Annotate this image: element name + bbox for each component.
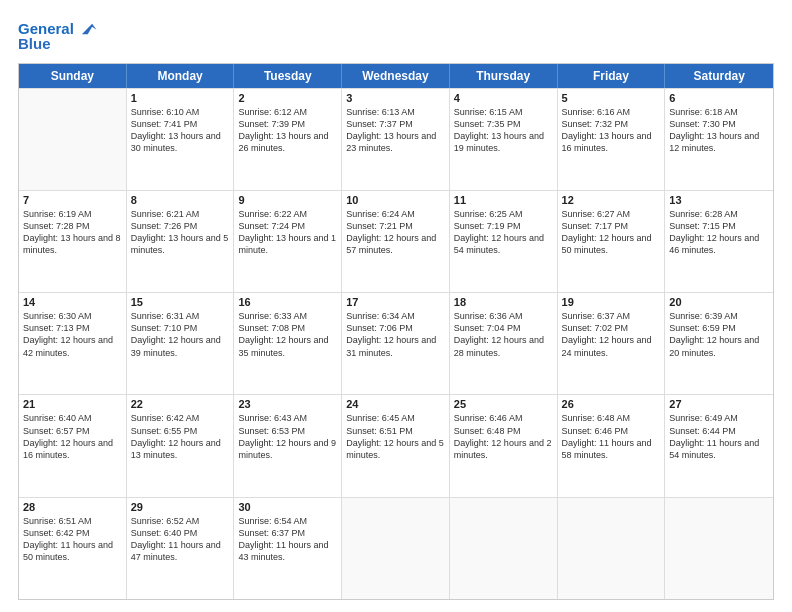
day-number: 26: [562, 398, 661, 410]
calendar-cell: 23Sunrise: 6:43 AMSunset: 6:53 PMDayligh…: [234, 395, 342, 496]
calendar-header-cell: Thursday: [450, 64, 558, 88]
day-number: 5: [562, 92, 661, 104]
day-number: 18: [454, 296, 553, 308]
calendar: SundayMondayTuesdayWednesdayThursdayFrid…: [18, 63, 774, 601]
day-number: 15: [131, 296, 230, 308]
cell-info: Sunrise: 6:19 AMSunset: 7:28 PMDaylight:…: [23, 208, 122, 257]
cell-info: Sunrise: 6:21 AMSunset: 7:26 PMDaylight:…: [131, 208, 230, 257]
day-number: 16: [238, 296, 337, 308]
calendar-row: 21Sunrise: 6:40 AMSunset: 6:57 PMDayligh…: [19, 394, 773, 496]
calendar-cell: 18Sunrise: 6:36 AMSunset: 7:04 PMDayligh…: [450, 293, 558, 394]
svg-marker-0: [82, 24, 97, 34]
day-number: 4: [454, 92, 553, 104]
calendar-cell: 15Sunrise: 6:31 AMSunset: 7:10 PMDayligh…: [127, 293, 235, 394]
cell-info: Sunrise: 6:27 AMSunset: 7:17 PMDaylight:…: [562, 208, 661, 257]
calendar-cell: 14Sunrise: 6:30 AMSunset: 7:13 PMDayligh…: [19, 293, 127, 394]
day-number: 28: [23, 501, 122, 513]
calendar-cell: 7Sunrise: 6:19 AMSunset: 7:28 PMDaylight…: [19, 191, 127, 292]
day-number: 13: [669, 194, 769, 206]
page-header: General Blue: [18, 18, 774, 53]
calendar-cell: 25Sunrise: 6:46 AMSunset: 6:48 PMDayligh…: [450, 395, 558, 496]
cell-info: Sunrise: 6:36 AMSunset: 7:04 PMDaylight:…: [454, 310, 553, 359]
cell-info: Sunrise: 6:15 AMSunset: 7:35 PMDaylight:…: [454, 106, 553, 155]
calendar-cell: 10Sunrise: 6:24 AMSunset: 7:21 PMDayligh…: [342, 191, 450, 292]
day-number: 20: [669, 296, 769, 308]
day-number: 6: [669, 92, 769, 104]
day-number: 9: [238, 194, 337, 206]
calendar-header-cell: Friday: [558, 64, 666, 88]
cell-info: Sunrise: 6:25 AMSunset: 7:19 PMDaylight:…: [454, 208, 553, 257]
calendar-cell: 4Sunrise: 6:15 AMSunset: 7:35 PMDaylight…: [450, 89, 558, 190]
cell-info: Sunrise: 6:45 AMSunset: 6:51 PMDaylight:…: [346, 412, 445, 461]
cell-info: Sunrise: 6:46 AMSunset: 6:48 PMDaylight:…: [454, 412, 553, 461]
day-number: 27: [669, 398, 769, 410]
calendar-header-cell: Saturday: [665, 64, 773, 88]
day-number: 14: [23, 296, 122, 308]
cell-info: Sunrise: 6:54 AMSunset: 6:37 PMDaylight:…: [238, 515, 337, 564]
day-number: 8: [131, 194, 230, 206]
day-number: 1: [131, 92, 230, 104]
calendar-row: 1Sunrise: 6:10 AMSunset: 7:41 PMDaylight…: [19, 88, 773, 190]
cell-info: Sunrise: 6:39 AMSunset: 6:59 PMDaylight:…: [669, 310, 769, 359]
calendar-cell: 1Sunrise: 6:10 AMSunset: 7:41 PMDaylight…: [127, 89, 235, 190]
day-number: 30: [238, 501, 337, 513]
cell-info: Sunrise: 6:40 AMSunset: 6:57 PMDaylight:…: [23, 412, 122, 461]
logo: General Blue: [18, 18, 98, 53]
cell-info: Sunrise: 6:18 AMSunset: 7:30 PMDaylight:…: [669, 106, 769, 155]
calendar-cell: 26Sunrise: 6:48 AMSunset: 6:46 PMDayligh…: [558, 395, 666, 496]
cell-info: Sunrise: 6:24 AMSunset: 7:21 PMDaylight:…: [346, 208, 445, 257]
day-number: 12: [562, 194, 661, 206]
calendar-header-cell: Sunday: [19, 64, 127, 88]
calendar-cell: 17Sunrise: 6:34 AMSunset: 7:06 PMDayligh…: [342, 293, 450, 394]
cell-info: Sunrise: 6:12 AMSunset: 7:39 PMDaylight:…: [238, 106, 337, 155]
calendar-cell: 28Sunrise: 6:51 AMSunset: 6:42 PMDayligh…: [19, 498, 127, 599]
calendar-cell: [450, 498, 558, 599]
calendar-cell: 3Sunrise: 6:13 AMSunset: 7:37 PMDaylight…: [342, 89, 450, 190]
cell-info: Sunrise: 6:48 AMSunset: 6:46 PMDaylight:…: [562, 412, 661, 461]
cell-info: Sunrise: 6:43 AMSunset: 6:53 PMDaylight:…: [238, 412, 337, 461]
calendar-row: 7Sunrise: 6:19 AMSunset: 7:28 PMDaylight…: [19, 190, 773, 292]
calendar-cell: 5Sunrise: 6:16 AMSunset: 7:32 PMDaylight…: [558, 89, 666, 190]
cell-info: Sunrise: 6:49 AMSunset: 6:44 PMDaylight:…: [669, 412, 769, 461]
calendar-header-cell: Monday: [127, 64, 235, 88]
cell-info: Sunrise: 6:31 AMSunset: 7:10 PMDaylight:…: [131, 310, 230, 359]
logo-icon: [76, 18, 98, 40]
calendar-cell: [558, 498, 666, 599]
cell-info: Sunrise: 6:30 AMSunset: 7:13 PMDaylight:…: [23, 310, 122, 359]
day-number: 21: [23, 398, 122, 410]
calendar-row: 28Sunrise: 6:51 AMSunset: 6:42 PMDayligh…: [19, 497, 773, 599]
calendar-cell: 9Sunrise: 6:22 AMSunset: 7:24 PMDaylight…: [234, 191, 342, 292]
calendar-header: SundayMondayTuesdayWednesdayThursdayFrid…: [19, 64, 773, 88]
cell-info: Sunrise: 6:33 AMSunset: 7:08 PMDaylight:…: [238, 310, 337, 359]
calendar-cell: 24Sunrise: 6:45 AMSunset: 6:51 PMDayligh…: [342, 395, 450, 496]
cell-info: Sunrise: 6:22 AMSunset: 7:24 PMDaylight:…: [238, 208, 337, 257]
calendar-cell: [342, 498, 450, 599]
calendar-cell: 8Sunrise: 6:21 AMSunset: 7:26 PMDaylight…: [127, 191, 235, 292]
day-number: 25: [454, 398, 553, 410]
calendar-cell: 30Sunrise: 6:54 AMSunset: 6:37 PMDayligh…: [234, 498, 342, 599]
calendar-cell: 6Sunrise: 6:18 AMSunset: 7:30 PMDaylight…: [665, 89, 773, 190]
cell-info: Sunrise: 6:13 AMSunset: 7:37 PMDaylight:…: [346, 106, 445, 155]
day-number: 10: [346, 194, 445, 206]
calendar-cell: 19Sunrise: 6:37 AMSunset: 7:02 PMDayligh…: [558, 293, 666, 394]
calendar-cell: 27Sunrise: 6:49 AMSunset: 6:44 PMDayligh…: [665, 395, 773, 496]
day-number: 3: [346, 92, 445, 104]
cell-info: Sunrise: 6:28 AMSunset: 7:15 PMDaylight:…: [669, 208, 769, 257]
calendar-row: 14Sunrise: 6:30 AMSunset: 7:13 PMDayligh…: [19, 292, 773, 394]
cell-info: Sunrise: 6:37 AMSunset: 7:02 PMDaylight:…: [562, 310, 661, 359]
calendar-header-cell: Wednesday: [342, 64, 450, 88]
calendar-header-cell: Tuesday: [234, 64, 342, 88]
cell-info: Sunrise: 6:42 AMSunset: 6:55 PMDaylight:…: [131, 412, 230, 461]
day-number: 23: [238, 398, 337, 410]
calendar-cell: 16Sunrise: 6:33 AMSunset: 7:08 PMDayligh…: [234, 293, 342, 394]
calendar-cell: 22Sunrise: 6:42 AMSunset: 6:55 PMDayligh…: [127, 395, 235, 496]
calendar-cell: 11Sunrise: 6:25 AMSunset: 7:19 PMDayligh…: [450, 191, 558, 292]
calendar-cell: [19, 89, 127, 190]
day-number: 29: [131, 501, 230, 513]
calendar-cell: 20Sunrise: 6:39 AMSunset: 6:59 PMDayligh…: [665, 293, 773, 394]
cell-info: Sunrise: 6:10 AMSunset: 7:41 PMDaylight:…: [131, 106, 230, 155]
calendar-body: 1Sunrise: 6:10 AMSunset: 7:41 PMDaylight…: [19, 88, 773, 600]
calendar-cell: 12Sunrise: 6:27 AMSunset: 7:17 PMDayligh…: [558, 191, 666, 292]
calendar-cell: 13Sunrise: 6:28 AMSunset: 7:15 PMDayligh…: [665, 191, 773, 292]
day-number: 19: [562, 296, 661, 308]
